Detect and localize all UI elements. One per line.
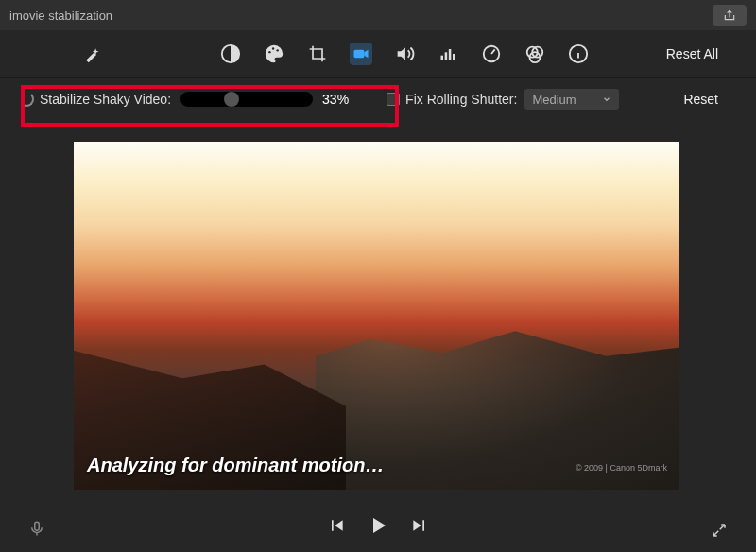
processing-spinner-icon — [19, 92, 34, 107]
color-palette-icon[interactable] — [263, 43, 285, 65]
svg-point-1 — [268, 50, 270, 52]
reset-all-button[interactable]: Reset All — [666, 46, 718, 61]
svg-rect-5 — [441, 55, 444, 60]
skip-back-button[interactable] — [325, 514, 348, 537]
volume-icon[interactable] — [393, 43, 416, 65]
transport-controls — [0, 499, 756, 552]
stabilization-controls: Stabilize Shaky Video: 33% Fix Rolling S… — [0, 78, 756, 121]
share-icon — [723, 9, 736, 22]
rolling-shutter-dropdown[interactable]: Medium — [524, 89, 619, 110]
magic-wand-icon[interactable] — [80, 43, 103, 66]
svg-point-2 — [272, 47, 274, 49]
skip-forward-button[interactable] — [408, 514, 431, 537]
stabilize-slider[interactable] — [180, 92, 313, 107]
svg-rect-8 — [453, 54, 455, 60]
stabilize-label: Stabilize Shaky Video: — [40, 92, 171, 107]
rolling-shutter-label: Fix Rolling Shutter: — [405, 92, 517, 107]
stabilize-percent: 33% — [322, 92, 349, 107]
speed-gauge-icon[interactable] — [480, 43, 503, 65]
svg-rect-14 — [35, 522, 40, 530]
color-filters-icon[interactable] — [524, 43, 546, 65]
play-button[interactable] — [367, 514, 389, 537]
color-balance-icon[interactable] — [219, 43, 242, 65]
title-bar: imovie stabilization — [0, 0, 756, 30]
rolling-shutter-checkbox[interactable] — [387, 93, 400, 106]
svg-point-3 — [276, 49, 278, 51]
crop-icon[interactable] — [306, 43, 329, 65]
svg-rect-4 — [354, 49, 365, 57]
window-title: imovie stabilization — [9, 9, 112, 23]
clip-metadata: © 2009 | Canon 5Dmark — [576, 463, 667, 473]
info-icon[interactable] — [567, 43, 590, 65]
rolling-shutter-value: Medium — [532, 93, 576, 107]
fullscreen-button[interactable] — [711, 522, 728, 539]
voiceover-mic-button[interactable] — [28, 518, 45, 539]
share-button[interactable] — [713, 5, 747, 26]
video-preview[interactable]: Analyzing for dominant motion… © 2009 | … — [74, 142, 679, 490]
chevron-down-icon — [602, 95, 611, 104]
inspector-toolbar: Reset All — [0, 30, 756, 78]
analysis-status-text: Analyzing for dominant motion… — [87, 455, 384, 476]
camera-stabilization-icon[interactable] — [350, 43, 372, 65]
reset-button[interactable]: Reset — [683, 92, 718, 107]
svg-rect-6 — [445, 52, 448, 60]
audio-levels-icon[interactable] — [437, 43, 459, 65]
svg-rect-7 — [449, 49, 452, 60]
